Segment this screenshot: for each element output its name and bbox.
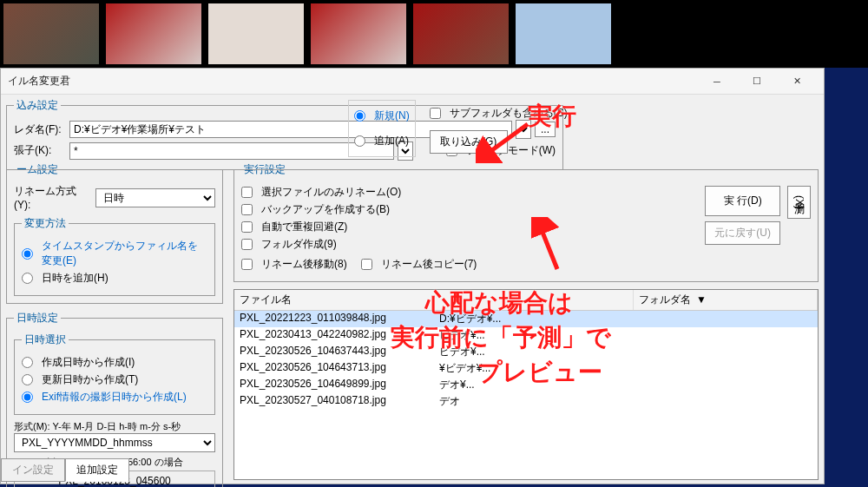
- format-select[interactable]: PXL_YYYYMMDD_hhmmss: [14, 433, 215, 452]
- predict-button[interactable]: 予測(X): [787, 186, 811, 219]
- table-row[interactable]: PXL_20230526_104643713.jpg¥ビデオ¥...: [234, 360, 818, 377]
- auto-dup-check[interactable]: [241, 221, 253, 233]
- thumbnail[interactable]: [516, 3, 611, 64]
- table-row[interactable]: PXL_20221223_011039848.jpgD:¥ビデオ¥...: [234, 311, 818, 327]
- file-cell: PXL_20230526_104643713.jpg: [240, 361, 439, 376]
- col-folder[interactable]: フォルダ名▼: [634, 290, 818, 310]
- table-row[interactable]: PXL_20230413_042240982.jpgビデオ¥...: [234, 327, 818, 344]
- thumbnail[interactable]: [311, 3, 406, 64]
- table-row[interactable]: PXL_20230526_104649899.jpgデオ¥...: [234, 377, 818, 393]
- from-exif-radio[interactable]: [22, 392, 33, 403]
- folder-cell: デオ¥...: [439, 378, 812, 392]
- method-select[interactable]: 日時: [95, 188, 215, 207]
- only-selected-check[interactable]: [241, 187, 253, 198]
- file-cell: PXL_20230413_042240982.jpg: [240, 328, 439, 343]
- table-row[interactable]: PXL_20230526_104637443.jpgビデオ¥...: [234, 344, 818, 360]
- file-cell: PXL_20230526_104649899.jpg: [240, 378, 439, 392]
- app-window: イル名変更君 ─ ☐ ✕ 込み設定 レダ名(F): ... 張子(K):: [0, 68, 825, 484]
- task-thumbnails: [0, 0, 868, 68]
- folder-cell: デオ: [439, 394, 812, 409]
- titlebar: イル名変更君 ─ ☐ ✕: [1, 69, 824, 95]
- folder-cell: ¥ビデオ¥...: [439, 361, 812, 376]
- tab-extra[interactable]: 追加設定: [65, 458, 129, 482]
- ext-label: 張子(K):: [14, 143, 66, 158]
- copy-after-check[interactable]: [361, 259, 372, 270]
- add-radio[interactable]: [354, 135, 365, 147]
- include-sub-check[interactable]: [430, 108, 441, 119]
- new-radio[interactable]: [354, 110, 365, 122]
- folder-cell: ビデオ¥...: [439, 328, 812, 343]
- format-label: 形式(M): Y-年 M-月 D-日 h-時 m-分 s-秒: [14, 420, 215, 433]
- from-create-radio[interactable]: [22, 357, 33, 368]
- tab-main[interactable]: イン設定: [1, 458, 65, 482]
- date-legend: 日時設定: [14, 311, 61, 326]
- maximize-button[interactable]: ☐: [737, 69, 777, 95]
- move-after-check[interactable]: [241, 259, 253, 270]
- undo-button[interactable]: 元に戻す(U): [705, 221, 780, 245]
- window-title: イル名変更君: [8, 74, 70, 89]
- file-cell: PXL_20230527_040108718.jpg: [240, 394, 439, 409]
- thumbnail[interactable]: [208, 3, 304, 64]
- backup-check[interactable]: [241, 204, 253, 215]
- table-row[interactable]: PXL_20230527_040108718.jpgデオ: [234, 393, 818, 410]
- from-ts-radio[interactable]: [22, 248, 33, 260]
- date-sel-legend: 日時選択: [22, 332, 69, 347]
- run-button[interactable]: 実 行(D): [705, 186, 780, 216]
- col-file[interactable]: ファイル名: [234, 290, 634, 310]
- folder-cell: D:¥ビデオ¥...: [439, 312, 812, 326]
- load-button[interactable]: 取り込み(G): [430, 130, 508, 154]
- change-legend: 変更方法: [22, 216, 69, 231]
- file-list[interactable]: ファイル名 フォルダ名▼ PXL_20221223_011039848.jpgD…: [233, 289, 819, 480]
- add-time-radio[interactable]: [22, 273, 33, 284]
- from-update-radio[interactable]: [22, 374, 33, 385]
- method-label: リネーム方式(Y):: [14, 184, 92, 211]
- thumbnail[interactable]: [3, 3, 99, 64]
- exec-settings: 実行設定 選択ファイルのみリネーム(O) バックアップを作成する(B) 自動で重…: [233, 162, 819, 282]
- folder-legend: 込み設定: [14, 98, 61, 113]
- minimize-button[interactable]: ─: [697, 69, 737, 95]
- file-cell: PXL_20230526_104637443.jpg: [240, 345, 439, 359]
- sort-icon[interactable]: ▼: [696, 293, 707, 306]
- file-cell: PXL_20221223_011039848.jpg: [240, 312, 439, 326]
- mkdir-check[interactable]: [241, 239, 253, 250]
- thumbnail[interactable]: [413, 3, 509, 64]
- rename-settings: ーム設定 リネーム方式(Y): 日時 変更方法 タイムスタンプからファィル名を変…: [6, 162, 223, 304]
- close-button[interactable]: ✕: [777, 69, 817, 95]
- thumbnail[interactable]: [106, 3, 201, 64]
- folder-name-label: レダ名(F):: [14, 122, 66, 137]
- folder-cell: ビデオ¥...: [439, 345, 812, 359]
- ext-input[interactable]: [69, 142, 394, 160]
